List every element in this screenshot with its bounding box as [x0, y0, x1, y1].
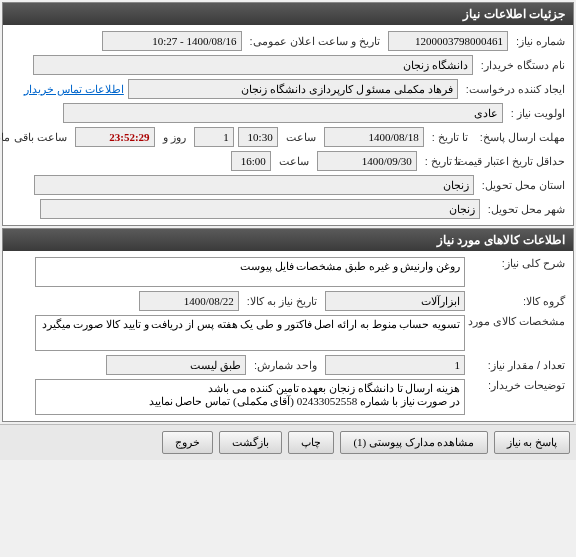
buyer-field[interactable]	[33, 55, 473, 75]
spec-label: مشخصات کالای مورد نیاز:	[469, 315, 569, 328]
button-bar: پاسخ به نیاز مشاهده مدارک پیوستی (1) چاپ…	[0, 424, 576, 460]
countdown-label: ساعت باقی مانده	[0, 131, 71, 144]
need-number-field[interactable]	[388, 31, 508, 51]
goods-info-panel: اطلاعات کالاهای مورد نیاز شرح کلی نیاز: …	[2, 228, 574, 422]
print-button[interactable]: چاپ	[288, 431, 334, 454]
contact-link[interactable]: اطلاعات تماس خریدار	[24, 83, 124, 96]
announce-date-label: تاریخ و ساعت اعلان عمومی:	[246, 35, 384, 48]
validity-label: حداقل تاریخ اعتبار قیمت:	[469, 155, 569, 168]
city-label: شهر محل تحویل:	[484, 203, 569, 216]
priority-field[interactable]	[63, 103, 503, 123]
buyer-notes-label: توضیحات خریدار:	[469, 379, 569, 392]
unit-field[interactable]	[106, 355, 246, 375]
requester-field[interactable]	[128, 79, 458, 99]
days-remain-field[interactable]	[194, 127, 234, 147]
time-label-2: ساعت	[275, 155, 313, 168]
requester-label: ایجاد کننده درخواست:	[462, 83, 569, 96]
panel2-body: شرح کلی نیاز: گروه کالا: تاریخ نیاز به ک…	[3, 251, 573, 421]
spec-field[interactable]	[35, 315, 465, 351]
panel1-body: شماره نیاز: تاریخ و ساعت اعلان عمومی: نا…	[3, 25, 573, 225]
buyer-label: نام دستگاه خریدار:	[477, 59, 569, 72]
need-date-label: تاریخ نیاز به کالا:	[243, 295, 321, 308]
announce-date-field[interactable]	[102, 31, 242, 51]
attachments-button[interactable]: مشاهده مدارک پیوستی (1)	[340, 431, 487, 454]
desc-label: شرح کلی نیاز:	[469, 257, 569, 270]
to-date-label-2: تا تاریخ :	[421, 155, 465, 168]
deadline-label: مهلت ارسال پاسخ:	[476, 131, 569, 144]
to-date-label-1: تا تاریخ :	[428, 131, 472, 144]
city-field[interactable]	[40, 199, 480, 219]
panel1-header: جزئیات اطلاعات نیاز	[3, 3, 573, 25]
province-label: استان محل تحویل:	[478, 179, 569, 192]
desc-field[interactable]	[35, 257, 465, 287]
countdown-field	[75, 127, 155, 147]
unit-label: واحد شمارش:	[250, 359, 321, 372]
back-button[interactable]: بازگشت	[219, 431, 282, 454]
panel2-header: اطلاعات کالاهای مورد نیاز	[3, 229, 573, 251]
group-field[interactable]	[325, 291, 465, 311]
group-label: گروه کالا:	[469, 295, 569, 308]
need-date-field[interactable]	[139, 291, 239, 311]
validity-date-field[interactable]	[317, 151, 417, 171]
need-details-panel: جزئیات اطلاعات نیاز شماره نیاز: تاریخ و …	[2, 2, 574, 226]
buyer-notes-field[interactable]	[35, 379, 465, 415]
deadline-date-field[interactable]	[324, 127, 424, 147]
days-label: روز و	[159, 131, 190, 144]
qty-field[interactable]	[325, 355, 465, 375]
qty-label: تعداد / مقدار نیاز:	[469, 359, 569, 372]
need-number-label: شماره نیاز:	[512, 35, 569, 48]
deadline-time-field[interactable]	[238, 127, 278, 147]
priority-label: اولویت نیاز :	[507, 107, 569, 120]
respond-button[interactable]: پاسخ به نیاز	[494, 431, 571, 454]
validity-time-field[interactable]	[231, 151, 271, 171]
exit-button[interactable]: خروج	[162, 431, 213, 454]
time-label-1: ساعت	[282, 131, 320, 144]
province-field[interactable]	[34, 175, 474, 195]
